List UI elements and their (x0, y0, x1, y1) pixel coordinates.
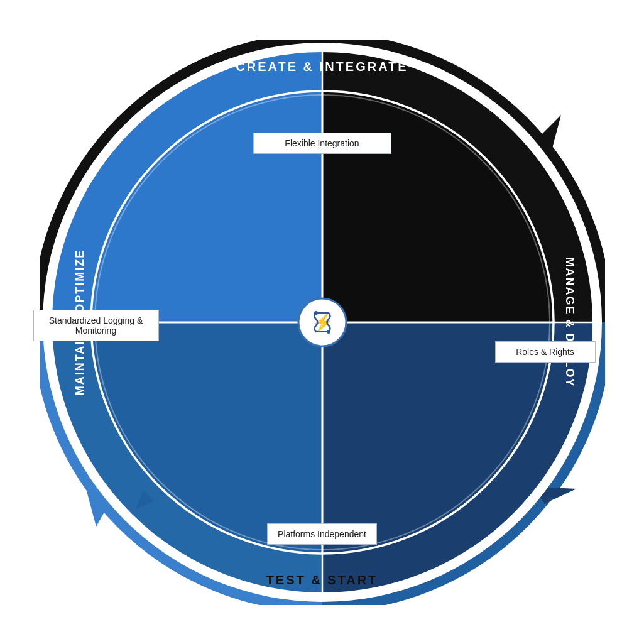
diagram-container: ⚡ CREATE & INTEGRATE TEST & START MANAGE… (40, 40, 605, 605)
feature-text-platforms: Platforms Independent (278, 529, 366, 539)
feature-text-logging: Standardized Logging & Monitoring (49, 315, 143, 336)
label-test-start: TEST & START (266, 573, 378, 587)
label-create-integrate: CREATE & INTEGRATE (236, 60, 408, 74)
feature-box-roles-rights: Roles & Rights (495, 341, 596, 363)
feature-text-roles: Roles & Rights (516, 347, 574, 357)
label-manage-deploy: MANAGE & DEPLOY (563, 257, 576, 387)
feature-box-flexible-integration: Flexible Integration (253, 133, 391, 154)
feature-box-std-logging: Standardized Logging & Monitoring (33, 310, 159, 341)
feature-box-platforms-independent: Platforms Independent (267, 523, 377, 545)
feature-text-integration: Flexible Integration (285, 138, 359, 148)
